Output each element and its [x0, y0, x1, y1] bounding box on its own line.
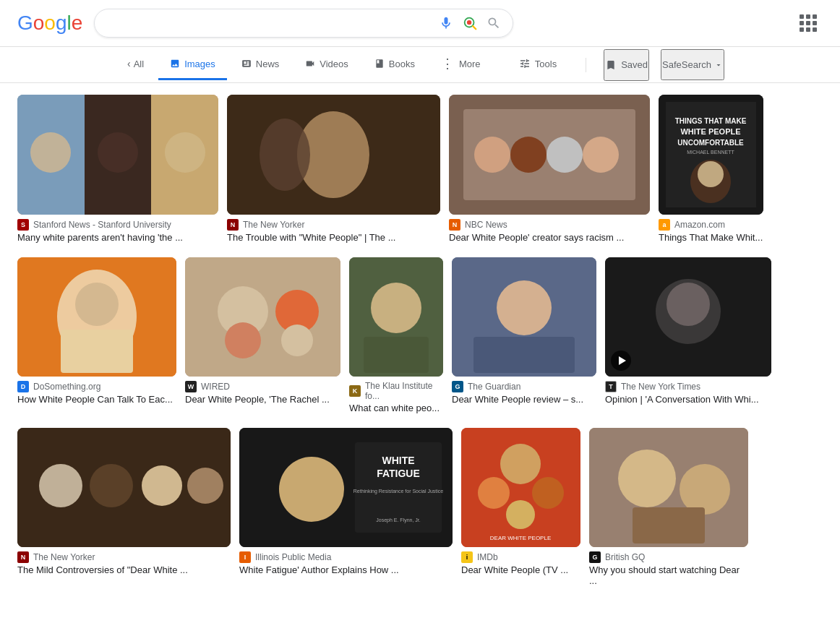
lens-icon [462, 15, 478, 31]
source-name-britishgq: British GQ [605, 552, 645, 562]
source-favicon-britishgq: G [589, 551, 601, 563]
result-card-newyorker2[interactable]: N The New Yorker The Mild Controversies … [17, 428, 231, 586]
result-card-dosomething[interactable]: D DoSomething.org How White People Can T… [17, 257, 176, 413]
card-source-stanford: S Stanford News - Stanford University [17, 219, 218, 231]
source-name-nyt: The New York Times [621, 382, 700, 392]
britishgq-image [589, 428, 748, 547]
tab-more-label: More [459, 59, 481, 69]
result-card-stanford[interactable]: S Stanford News - Stanford University Ma… [17, 95, 218, 243]
svg-point-7 [98, 132, 138, 173]
google-logo[interactable]: Google [17, 12, 82, 35]
nav-tabs: ‹ All Images News Videos Books ⋮ More To… [0, 47, 840, 83]
result-card-nbc[interactable]: N NBC News Dear White People' creator sa… [449, 95, 650, 243]
images-icon [170, 59, 180, 69]
result-card-whitefatigue[interactable]: WHITE FATIGUE Rethinking Resistance for … [239, 428, 453, 586]
svg-text:WHITE PEOPLE: WHITE PEOPLE [680, 127, 740, 136]
safesearch-button[interactable]: SafeSearch [661, 49, 724, 80]
tools-label: Tools [535, 59, 557, 69]
source-name-nbc: NBC News [465, 220, 507, 230]
card-source-dosomething: D DoSomething.org [17, 381, 176, 392]
source-favicon-nbc: N [449, 219, 460, 231]
search-button[interactable] [487, 16, 501, 30]
imdb-image: DEAR WHITE PEOPLE [461, 428, 580, 547]
source-favicon-amazon: a [659, 219, 670, 231]
card-title-klau: What can white peo... [349, 403, 443, 413]
svg-point-58 [478, 477, 510, 509]
svg-line-2 [473, 26, 476, 29]
sliders-icon [519, 58, 531, 69]
svg-point-11 [260, 119, 310, 191]
source-name-amazon: Amazon.com [674, 220, 725, 230]
card-source-newyorker1: N The New Yorker [227, 219, 440, 231]
tab-all-label: All [134, 59, 144, 69]
source-favicon-dosomething: D [17, 381, 29, 392]
svg-point-57 [500, 444, 541, 484]
result-card-klau[interactable]: K The Klau Institute fo... What can whit… [349, 257, 443, 413]
result-card-imdb[interactable]: DEAR WHITE PEOPLE i IMDb Dear White Peop… [461, 428, 580, 586]
search-input[interactable]: white people [106, 17, 430, 30]
search-icon [487, 16, 501, 30]
result-card-newyorker1[interactable]: N The New Yorker The Trouble with "White… [227, 95, 440, 243]
header-right [794, 9, 823, 38]
voice-search-button[interactable] [439, 16, 453, 30]
svg-point-33 [225, 322, 261, 358]
amazon-book-image: THINGS THAT MAKE WHITE PEOPLE UNCOMFORTA… [659, 95, 763, 215]
nav-right-actions: Tools Saved SafeSearch [507, 49, 724, 81]
saved-button[interactable]: Saved [604, 49, 649, 81]
card-source-klau: K The Klau Institute fo... [349, 381, 443, 401]
svg-text:MICHAEL BENNETT: MICHAEL BENNETT [687, 150, 734, 155]
svg-point-15 [510, 137, 547, 173]
safesearch-label: SafeSearch [662, 59, 711, 70]
result-card-amazon[interactable]: THINGS THAT MAKE WHITE PEOPLE UNCOMFORTA… [659, 95, 763, 243]
newyorker2-image [17, 428, 231, 547]
svg-point-14 [474, 137, 510, 173]
card-title-whitefatigue: White Fatigue' Author Explains How ... [239, 564, 453, 575]
card-source-wired: W WIRED [185, 381, 340, 392]
source-name-newyorker2: The New Yorker [33, 552, 95, 562]
tab-images[interactable]: Images [158, 50, 227, 80]
image-row-3: N The New Yorker The Mild Controversies … [17, 428, 823, 586]
source-favicon-nyt: T [605, 381, 617, 392]
svg-point-59 [532, 477, 564, 509]
svg-rect-40 [473, 337, 575, 373]
tab-images-label: Images [184, 59, 215, 69]
svg-text:UNCOMFORTABLE: UNCOMFORTABLE [677, 139, 744, 147]
svg-point-6 [30, 132, 71, 173]
svg-point-48 [187, 468, 223, 504]
card-source-britishgq: G British GQ [589, 551, 748, 563]
card-source-imdb: i IMDb [461, 551, 580, 563]
svg-point-50 [279, 457, 344, 522]
lens-search-button[interactable] [462, 15, 478, 31]
source-name-stanford: Stanford News - Stanford University [33, 220, 171, 230]
result-card-britishgq[interactable]: G British GQ Why you should start watchi… [589, 428, 748, 586]
nbc-image [449, 95, 650, 215]
svg-point-17 [583, 137, 619, 173]
tab-books[interactable]: Books [363, 50, 427, 80]
result-card-nyt[interactable]: T The New York Times Opinion | 'A Conver… [605, 257, 771, 413]
source-favicon-newyorker2: N [17, 551, 29, 563]
card-source-whitefatigue: I Illinois Public Media [239, 551, 453, 563]
tab-news[interactable]: News [230, 50, 291, 80]
source-name-klau: The Klau Institute fo... [365, 381, 443, 401]
svg-point-34 [281, 325, 313, 356]
tab-all[interactable]: ‹ All [116, 49, 155, 80]
tools-button[interactable]: Tools [507, 49, 568, 80]
google-apps-button[interactable] [794, 9, 823, 38]
source-favicon-whitefatigue: I [239, 551, 251, 563]
tab-more[interactable]: ⋮ More [429, 47, 492, 82]
source-favicon-stanford: S [17, 219, 29, 231]
tab-videos[interactable]: Videos [293, 50, 360, 80]
chevron-down-icon [714, 61, 723, 69]
tab-videos-label: Videos [320, 59, 348, 69]
svg-point-47 [142, 465, 182, 506]
card-title-newyorker1: The Trouble with "White People" | The ..… [227, 232, 440, 243]
svg-point-39 [497, 280, 552, 335]
news-icon [241, 59, 252, 69]
tab-books-label: Books [389, 59, 415, 69]
result-card-guardian[interactable]: G The Guardian Dear White People review … [452, 257, 596, 413]
svg-point-63 [618, 450, 676, 507]
card-title-amazon: Things That Make Whit... [659, 232, 763, 243]
dosomething-image [17, 257, 176, 377]
card-source-nbc: N NBC News [449, 219, 650, 231]
result-card-wired[interactable]: W WIRED Dear White People, 'The Rachel .… [185, 257, 340, 413]
